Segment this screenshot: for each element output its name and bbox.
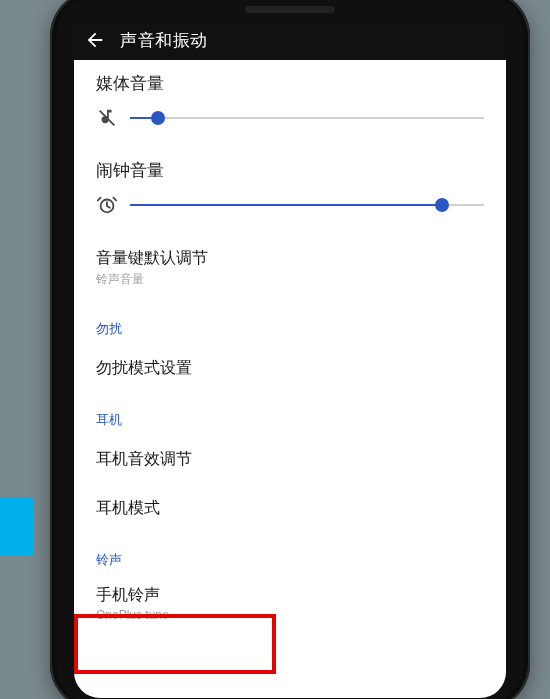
section-header-dnd: 勿扰: [74, 302, 506, 344]
slider-thumb[interactable]: [435, 198, 449, 212]
dnd-settings-row[interactable]: 勿扰模式设置: [74, 344, 506, 393]
screenshot-edge-tab: [0, 498, 34, 556]
alarm-icon: [96, 194, 118, 216]
phone-frame: 声音和振动 媒体音量: [50, 0, 530, 699]
section-header-ringtone: 铃声: [74, 533, 506, 575]
volume-key-default-sublabel: 铃声音量: [96, 271, 484, 288]
slider-fill: [130, 204, 442, 206]
volume-key-default-label: 音量键默认调节: [96, 248, 484, 269]
slider-track: [130, 117, 484, 119]
earpiece: [245, 6, 335, 13]
earphone-mode-row[interactable]: 耳机模式: [74, 484, 506, 533]
media-volume-label: 媒体音量: [96, 72, 484, 95]
page-title: 声音和振动: [120, 29, 208, 52]
music-mute-icon: [96, 107, 118, 129]
alarm-volume-row: 闹钟音量: [74, 143, 506, 192]
slider-thumb[interactable]: [151, 111, 165, 125]
media-volume-slider[interactable]: [130, 108, 484, 128]
alarm-volume-slider[interactable]: [130, 195, 484, 215]
earphone-sound-effect-row[interactable]: 耳机音效调节: [74, 435, 506, 484]
back-button[interactable]: [84, 29, 106, 51]
earphone-sound-effect-label: 耳机音效调节: [96, 449, 484, 470]
back-arrow-icon: [84, 29, 106, 51]
alarm-volume-slider-row: [74, 192, 506, 230]
phone-bezel: 声音和振动 媒体音量: [56, 0, 524, 699]
volume-key-default-row[interactable]: 音量键默认调节 铃声音量: [74, 230, 506, 302]
media-volume-slider-row: [74, 105, 506, 143]
app-bar: 声音和振动: [74, 20, 506, 60]
phone-ringtone-sublabel: OnePlus tune: [96, 608, 484, 622]
phone-ringtone-label: 手机铃声: [96, 585, 484, 606]
alarm-volume-label: 闹钟音量: [96, 159, 484, 182]
earphone-mode-label: 耳机模式: [96, 498, 484, 519]
settings-list: 媒体音量 闹钟音量: [74, 60, 506, 640]
media-volume-row: 媒体音量: [74, 60, 506, 105]
dnd-settings-label: 勿扰模式设置: [96, 358, 484, 379]
section-header-earphone: 耳机: [74, 393, 506, 435]
phone-ringtone-row[interactable]: 手机铃声 OnePlus tune: [74, 575, 506, 640]
screen: 声音和振动 媒体音量: [74, 20, 506, 698]
